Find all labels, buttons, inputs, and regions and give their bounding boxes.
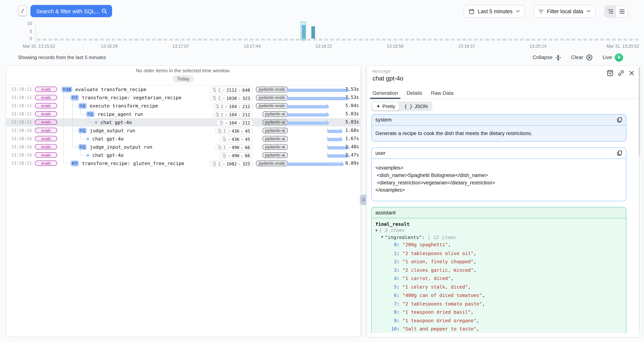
package-tag[interactable]: pydantic-evals: [256, 86, 288, 92]
trace-row[interactable]: 13:18:16 evals ⊟1 judge_input_output run…: [6, 143, 360, 151]
filter-local-data-select[interactable]: Filter local data: [534, 5, 596, 18]
package-tag[interactable]: pydantic-ai: [262, 136, 288, 142]
records-histogram[interactable]: 1050 Mar 31. 13:15:5213:16:2913:17:0713:…: [0, 22, 644, 51]
tree-toggle-icon[interactable]: ⊟16: [62, 86, 72, 92]
collapse-chevron-icon[interactable]: ▼: [381, 235, 385, 239]
trace-row[interactable]: 13:18:11 evals ⊟16 evaluate transform_re…: [6, 85, 360, 94]
row-evals-tag[interactable]: evals: [35, 111, 57, 116]
sum-icon: Σ: [224, 128, 226, 133]
x-axis-tick-label: 13:20:14: [530, 44, 546, 48]
tree-toggle-icon[interactable]: ⊞7: [70, 160, 79, 166]
span-name: recipe_agent run: [98, 111, 143, 117]
tab-generation[interactable]: Generation: [372, 90, 398, 98]
leaf-diamond-icon: ◆: [94, 120, 98, 124]
json-array-item: 10: "Salt and pepper to taste",: [376, 325, 622, 333]
json-array-item: 8: "1 teaspoon dried basil",: [376, 308, 622, 316]
row-evals-tag[interactable]: evals: [35, 103, 57, 108]
search-shortcut-key[interactable]: /: [18, 6, 27, 16]
token-icon: [222, 136, 226, 142]
collapse-button[interactable]: Collapse: [532, 54, 561, 60]
copy-link-icon[interactable]: [618, 70, 624, 76]
json-index: 9: [376, 318, 397, 323]
row-timestamp: 13:18:11: [11, 86, 32, 92]
package-tag[interactable]: pydantic-ai: [262, 128, 288, 133]
json-string: "1 teaspoon dried oregano": [402, 318, 476, 323]
trace-row[interactable]: 13:18:11 evals ⊞7 transform_recipe: glut…: [6, 159, 360, 168]
row-evals-tag[interactable]: evals: [35, 86, 57, 92]
collapse-icon: [555, 54, 561, 60]
live-toggle[interactable]: Live ◆: [603, 54, 623, 62]
trace-row[interactable]: 13:18:11 evals ⊟1 recipe_agent run Σ ↗10…: [6, 110, 360, 118]
span-name: chat gpt-4o: [100, 120, 132, 125]
close-panel-icon[interactable]: [629, 70, 634, 76]
trace-row[interactable]: 13:18:16 evals ⊟1 judge_output run Σ ↗43…: [6, 126, 360, 135]
row-evals-tag[interactable]: evals: [35, 144, 57, 150]
row-evals-tag[interactable]: evals: [35, 95, 57, 100]
tree-toggle-icon[interactable]: ⊟7: [70, 95, 79, 100]
search-button[interactable]: Search & filter with SQL...: [30, 5, 112, 17]
clear-button[interactable]: Clear: [571, 54, 593, 61]
package-tag[interactable]: pydantic-ai: [262, 144, 288, 150]
search-placeholder: Search & filter with SQL...: [36, 8, 100, 14]
row-timestamp: 13:18:16: [11, 152, 32, 157]
output-arrow-icon: ↙: [238, 88, 241, 92]
trace-row[interactable]: 13:18:11 evals ⊟2 execute transform_reci…: [6, 102, 360, 110]
row-evals-tag[interactable]: evals: [35, 128, 57, 133]
copy-icon[interactable]: [617, 117, 622, 123]
tree-toggle-icon[interactable]: ⊟1: [78, 128, 87, 133]
package-tag[interactable]: pydantic-evals: [256, 160, 288, 166]
trace-row[interactable]: 13:18:11 evals ◆ chat gpt-4o ↗104 ↙212 p…: [6, 118, 360, 126]
dock-panel-icon[interactable]: [607, 70, 613, 76]
json-array-item: 7: "2 tablespoons tomato paste",: [376, 300, 622, 308]
live-indicator-icon: ◆: [615, 54, 623, 62]
json-array-item: 0: "200g spaghetti",: [376, 241, 622, 249]
json-toggle-button[interactable]: { } JSON: [400, 102, 432, 110]
time-range-select[interactable]: Last 5 minutes: [464, 5, 525, 18]
duration-bar: [286, 126, 347, 135]
tree-toggle-icon[interactable]: ⊟2: [78, 103, 87, 109]
x-axis-tick-label: 13:17:07: [172, 44, 189, 48]
row-timestamp: 13:18:11: [11, 95, 32, 100]
list-view-button[interactable]: [616, 6, 628, 17]
row-evals-tag[interactable]: evals: [35, 119, 57, 124]
duration-bar: [286, 151, 347, 159]
package-tag[interactable]: pydantic-evals: [256, 103, 288, 108]
tree-connector: [80, 134, 86, 139]
package-tag[interactable]: pydantic-ai: [262, 111, 288, 117]
package-tag[interactable]: pydantic-ai: [262, 119, 288, 125]
tree-connector: [80, 150, 86, 156]
package-tag[interactable]: pydantic-evals: [256, 95, 288, 100]
histogram-selection[interactable]: [301, 22, 306, 40]
token-icon: [212, 87, 217, 92]
x-axis-tick: [181, 41, 181, 44]
collapse-chevron-icon[interactable]: ▼: [376, 228, 379, 232]
row-evals-tag[interactable]: evals: [35, 136, 57, 141]
row-timestamp: 13:18:16: [11, 136, 32, 141]
span-name: chat gpt-4o: [92, 136, 124, 142]
row-evals-tag[interactable]: evals: [35, 152, 57, 158]
x-axis-tick: [610, 41, 610, 44]
pretty-toggle-button[interactable]: ✦ Pretty: [372, 102, 399, 110]
histogram-bar[interactable]: [312, 26, 315, 38]
tree-view-button[interactable]: [604, 6, 616, 17]
trace-row[interactable]: 13:18:16 evals ◆ chat gpt-4o ↗490 ↙66 py…: [6, 151, 360, 159]
tab-details[interactable]: Details: [406, 90, 423, 98]
copy-icon[interactable]: [617, 150, 622, 156]
tab-raw-data[interactable]: Raw Data: [430, 90, 454, 98]
trace-row[interactable]: 13:18:16 evals ◆ chat gpt-4o ↗436 ↙45 py…: [6, 135, 360, 143]
package-tag[interactable]: pydantic-ai: [262, 152, 288, 158]
trace-row[interactable]: 13:18:11 evals ⊟7 transform_recipe: vege…: [6, 94, 360, 102]
detail-scrollbar[interactable]: [638, 67, 640, 335]
system-role-label: system: [376, 117, 392, 123]
duration-label: 2.47s: [345, 152, 359, 158]
filter-icon: [538, 9, 544, 14]
x-axis-tick: [324, 41, 324, 44]
row-evals-tag[interactable]: evals: [35, 160, 57, 166]
json-array-item: 4: "1 carrot, diced",: [376, 274, 622, 282]
token-usage-badge: ↗104 ↙212: [216, 119, 253, 126]
tree-toggle-icon[interactable]: ⊟1: [78, 144, 87, 150]
detail-scroll-area[interactable]: ✦ Pretty { } JSON system Generate a reci…: [367, 99, 638, 333]
duration-bar: [286, 85, 347, 94]
tree-toggle-icon[interactable]: ⊟1: [86, 111, 95, 117]
span-name: evaluate transform_recipe: [75, 86, 146, 92]
